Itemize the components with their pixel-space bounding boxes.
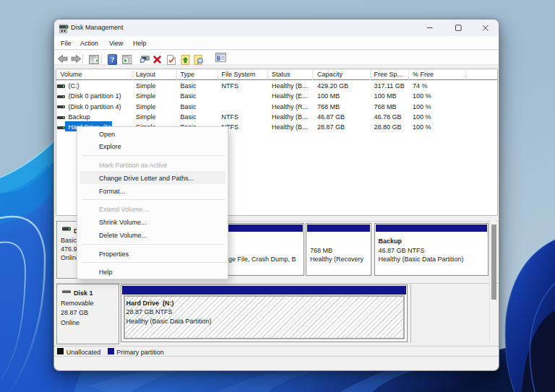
svg-text:?: ? xyxy=(110,56,113,64)
